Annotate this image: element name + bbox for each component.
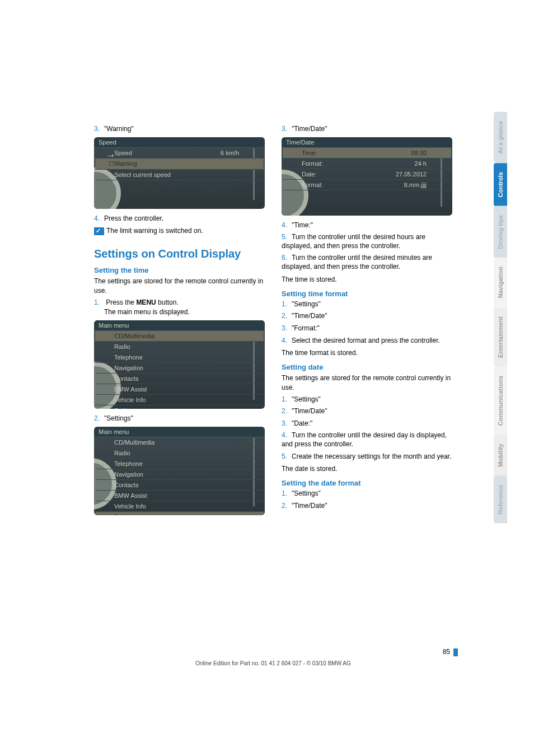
subsection-heading: Setting the time bbox=[94, 266, 265, 274]
idrive-row-selected: Settings bbox=[95, 512, 264, 515]
idrive-row: CD/Multimedia bbox=[95, 437, 264, 448]
step-number: 3. bbox=[282, 125, 292, 134]
step-number: 4. bbox=[282, 221, 292, 230]
step-text: "Warning" bbox=[104, 125, 134, 133]
step-number: 4. bbox=[282, 431, 292, 440]
step-text: Create the necessary settings for the mo… bbox=[292, 452, 452, 460]
step-text: "Settings" bbox=[104, 414, 133, 422]
step-text: "Date:" bbox=[292, 419, 312, 427]
idrive-row: Vehicle Info bbox=[95, 395, 264, 405]
left-column: 3."Warning" Speed Speed6 km/h ☐ Warning … bbox=[94, 125, 265, 521]
idrive-row: Vehicle Info bbox=[95, 501, 264, 512]
paragraph: The settings are stored for the remote c… bbox=[282, 374, 452, 391]
limit-text: The limit warning is switched on. bbox=[106, 227, 203, 235]
idrive-row-selected: CD/Multimedia bbox=[95, 331, 264, 342]
page-number: 85 bbox=[443, 648, 458, 656]
side-tabs: At a glance Controls Driving tips Naviga… bbox=[494, 112, 510, 524]
step-number: 4. bbox=[282, 337, 292, 346]
step-text: Turn the controller until the desired ho… bbox=[282, 233, 425, 250]
tab-mobility[interactable]: Mobility bbox=[494, 435, 507, 476]
footer-line: Online Edition for Part no. 01 41 2 604 … bbox=[94, 660, 452, 666]
step-text: Press the MENU button. bbox=[106, 298, 178, 306]
subsection-heading: Setting date bbox=[282, 363, 452, 371]
paragraph: The date is stored. bbox=[282, 464, 452, 473]
step-number: 2. bbox=[94, 414, 104, 423]
idrive-row: Telephone bbox=[95, 459, 264, 469]
idrive-row-selected: Time:09:30 bbox=[283, 148, 451, 158]
section-heading: Settings on Control Display bbox=[94, 248, 265, 260]
step-text: "Time:" bbox=[292, 221, 313, 229]
idrive-title: Time/Date bbox=[282, 137, 452, 148]
tab-communications[interactable]: Communications bbox=[494, 367, 507, 435]
idrive-timedate-screenshot: Time/Date Time:09:30 Format:24 h Date:27… bbox=[282, 137, 452, 216]
idrive-row: Settings bbox=[95, 405, 264, 409]
step-number: 2. bbox=[282, 407, 292, 416]
idrive-row: BMW Assist bbox=[95, 384, 264, 395]
step-number: 5. bbox=[282, 452, 292, 461]
idrive-row: Radio bbox=[95, 342, 264, 352]
idrive-mainmenu-settings-screenshot: Main menu CD/Multimedia Radio Telephone … bbox=[94, 427, 265, 515]
tab-controls[interactable]: Controls bbox=[494, 163, 507, 206]
tab-navigation[interactable]: Navigation bbox=[494, 258, 507, 307]
idrive-title: Speed bbox=[94, 137, 265, 148]
subsection-heading: Setting the date format bbox=[282, 479, 452, 487]
step-number: 2. bbox=[282, 312, 292, 321]
checkmark-icon bbox=[94, 227, 104, 235]
step-text: Turn the controller until the desired da… bbox=[282, 431, 447, 448]
paragraph: The settings are stored for the remote c… bbox=[94, 277, 265, 295]
subsection-heading: Setting time format bbox=[282, 290, 452, 298]
idrive-row: Speed6 km/h bbox=[95, 148, 264, 158]
idrive-row: Radio bbox=[95, 448, 264, 459]
step-text: Turn the controller until the desired mi… bbox=[282, 254, 432, 270]
step-number: 1. bbox=[282, 300, 292, 309]
step-number: 3. bbox=[94, 125, 104, 134]
idrive-row: Format:tt.mm.jjjj bbox=[283, 180, 451, 190]
step-subtext: The main menu is displayed. bbox=[104, 308, 265, 317]
step-text: "Settings" bbox=[292, 489, 321, 497]
step-text: "Settings" bbox=[292, 300, 321, 308]
idrive-speed-screenshot: Speed Speed6 km/h ☐ Warning Select curre… bbox=[94, 137, 265, 209]
idrive-title: Main menu bbox=[94, 427, 265, 437]
step-text: "Time/Date" bbox=[292, 125, 327, 133]
step-text: "Time/Date" bbox=[292, 312, 327, 320]
step-number: 1. bbox=[282, 489, 292, 498]
tab-entertainment[interactable]: Entertainment bbox=[494, 307, 507, 367]
paragraph: The time format is stored. bbox=[282, 348, 452, 357]
idrive-row: Contacts bbox=[95, 374, 264, 384]
step-number: 1. bbox=[282, 395, 292, 404]
idrive-title: Main menu bbox=[94, 320, 265, 331]
step-number: 3. bbox=[282, 324, 292, 333]
tab-driving-tips[interactable]: Driving tips bbox=[494, 206, 507, 258]
idrive-row: Navigation bbox=[95, 363, 264, 374]
step-text: Press the controller. bbox=[104, 214, 163, 222]
idrive-row: Select current speed bbox=[95, 170, 264, 180]
idrive-row: Format:24 h bbox=[283, 158, 451, 169]
idrive-row: Telephone bbox=[95, 352, 264, 363]
tab-at-a-glance[interactable]: At a glance bbox=[494, 112, 507, 163]
paragraph: The time is stored. bbox=[282, 275, 452, 284]
page-marker-icon bbox=[453, 648, 458, 656]
step-number: 6. bbox=[282, 254, 292, 263]
step-text: "Format:" bbox=[292, 324, 320, 332]
idrive-row: Contacts bbox=[95, 480, 264, 491]
step-text: "Settings" bbox=[292, 395, 321, 403]
step-number: 4. bbox=[94, 214, 104, 223]
tab-reference[interactable]: Reference bbox=[494, 475, 507, 523]
right-column: 3."Time/Date" Time/Date Time:09:30 Forma… bbox=[282, 125, 452, 521]
step-number: 2. bbox=[282, 502, 292, 511]
step-text: "Time/Date" bbox=[292, 502, 327, 510]
idrive-row: Navigation bbox=[95, 469, 264, 480]
step-number: 5. bbox=[282, 233, 292, 242]
step-number: 1. bbox=[94, 298, 104, 307]
idrive-mainmenu-screenshot: Main menu CD/Multimedia Radio Telephone … bbox=[94, 320, 265, 409]
idrive-row-selected: ☐ Warning bbox=[95, 158, 264, 170]
step-text: "Time/Date" bbox=[292, 407, 327, 415]
idrive-row: Date:27.05.2012 bbox=[283, 169, 451, 180]
step-number: 3. bbox=[282, 419, 292, 428]
idrive-row: BMW Assist bbox=[95, 491, 264, 501]
step-text: Select the desired format and press the … bbox=[292, 337, 440, 344]
